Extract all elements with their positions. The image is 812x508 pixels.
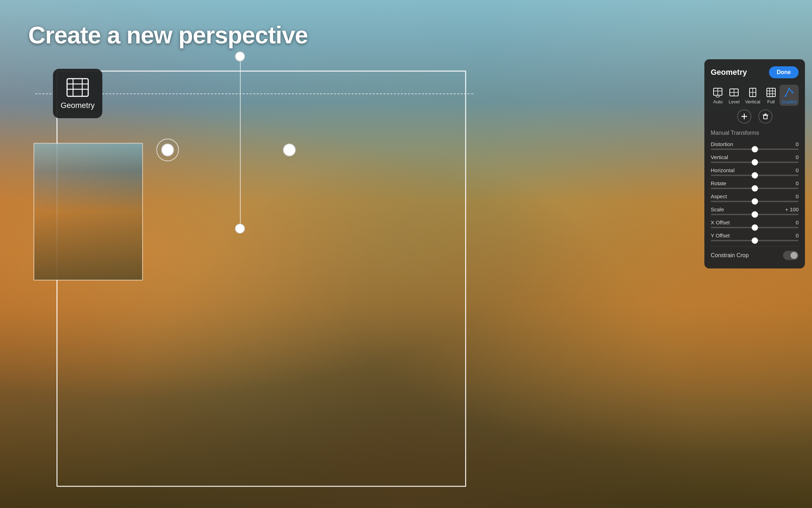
mode-level-button[interactable]: Level: [727, 85, 742, 106]
geometry-badge: Geometry: [53, 69, 102, 118]
horizontal-value: 0: [796, 167, 799, 173]
vertical-icon: [748, 87, 758, 97]
level-icon: [729, 87, 739, 97]
trash-icon: [762, 113, 769, 120]
vertical-track[interactable]: [711, 162, 799, 163]
handle-bottom[interactable]: [235, 224, 245, 234]
y-offset-label: Y Offset: [711, 232, 730, 238]
guided-icon: [784, 87, 794, 97]
mode-guided-button[interactable]: Guided: [780, 85, 799, 106]
add-guide-button[interactable]: [737, 109, 751, 123]
page-headline: Create a new perspective: [28, 21, 308, 49]
y-offset-value: 0: [796, 232, 799, 238]
thumbnail-preview: [34, 143, 143, 280]
level-label: Level: [729, 99, 740, 104]
action-icons-row: [711, 109, 799, 123]
vertical-slider-label: Vertical: [711, 154, 728, 160]
x-offset-track[interactable]: [711, 227, 799, 228]
rotate-label: Rotate: [711, 180, 726, 186]
full-icon: [766, 87, 776, 97]
handle-top[interactable]: [235, 52, 245, 61]
handle-left[interactable]: [161, 144, 174, 156]
geometry-badge-label: Geometry: [61, 101, 95, 110]
constrain-crop-row: Constrain Crop: [711, 246, 799, 260]
rotate-track[interactable]: [711, 188, 799, 189]
slider-vertical: Vertical 0: [711, 154, 799, 163]
svg-line-19: [786, 89, 789, 96]
mode-icons-row: Auto Level Vertical: [711, 85, 799, 106]
scale-value: + 100: [785, 206, 799, 212]
distortion-label: Distortion: [711, 141, 733, 147]
constrain-crop-toggle[interactable]: [783, 251, 799, 260]
svg-point-22: [788, 88, 790, 90]
sliders-container: Distortion 0 Vertical 0 Horizontal 0 Rot…: [711, 141, 799, 241]
svg-point-21: [785, 95, 787, 97]
aspect-value: 0: [796, 193, 799, 199]
slider-distortion: Distortion 0: [711, 141, 799, 150]
svg-rect-0: [67, 79, 88, 96]
slider-scale: Scale + 100: [711, 206, 799, 215]
handle-right[interactable]: [283, 144, 296, 156]
slider-rotate: Rotate 0: [711, 180, 799, 189]
delete-guide-button[interactable]: [758, 109, 772, 123]
geometry-icon: [65, 77, 90, 98]
scale-track[interactable]: [711, 214, 799, 215]
y-offset-track[interactable]: [711, 240, 799, 241]
distortion-value: 0: [796, 141, 799, 147]
vertical-label: Vertical: [745, 99, 760, 104]
svg-rect-26: [764, 115, 767, 119]
slider-y-offset: Y Offset 0: [711, 232, 799, 241]
constrain-crop-label: Constrain Crop: [711, 252, 749, 259]
panel-title: Geometry: [711, 68, 747, 77]
auto-label: Auto: [713, 99, 723, 104]
horizontal-label: Horizontal: [711, 167, 735, 173]
geometry-panel: Geometry Done Auto Level: [704, 59, 805, 268]
auto-icon: [713, 87, 723, 97]
slider-horizontal: Horizontal 0: [711, 167, 799, 176]
svg-rect-14: [767, 88, 775, 97]
x-offset-label: X Offset: [711, 219, 730, 225]
mode-full-button[interactable]: Full: [764, 85, 778, 106]
thumbnail-inner: [34, 144, 142, 280]
panel-header: Geometry Done: [711, 66, 799, 78]
aspect-track[interactable]: [711, 201, 799, 202]
full-label: Full: [767, 99, 775, 104]
slider-aspect: Aspect 0: [711, 193, 799, 202]
aspect-label: Aspect: [711, 193, 727, 199]
guide-vertical: [240, 56, 241, 229]
slider-x-offset: X Offset 0: [711, 219, 799, 228]
horizontal-track[interactable]: [711, 175, 799, 176]
distortion-track[interactable]: [711, 149, 799, 150]
x-offset-value: 0: [796, 219, 799, 225]
scale-label: Scale: [711, 206, 724, 212]
section-manual-transforms: Manual Transforms: [711, 130, 799, 136]
mode-auto-button[interactable]: Auto: [711, 85, 725, 106]
add-icon: [741, 113, 747, 120]
done-button[interactable]: Done: [769, 66, 799, 78]
mode-vertical-button[interactable]: Vertical: [743, 85, 763, 106]
vertical-value: 0: [796, 154, 799, 160]
rotate-value: 0: [796, 180, 799, 186]
guided-label: Guided: [782, 99, 796, 104]
svg-point-23: [792, 92, 794, 93]
